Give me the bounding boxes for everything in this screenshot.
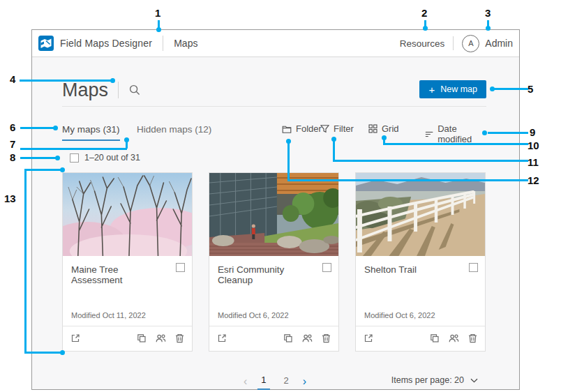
pagination: ‹ 1 2 ›	[244, 373, 306, 390]
duplicate-map-button[interactable]	[136, 333, 147, 344]
field-maps-logo-icon	[38, 36, 54, 51]
selection-row: 1–20 out of 31	[70, 153, 140, 163]
content-area: Maps + New map My maps (31) Hidden maps …	[32, 58, 519, 389]
selection-count-label: 1–20 out of 31	[84, 153, 140, 163]
share-map-button[interactable]	[155, 333, 167, 344]
card-checkbox[interactable]	[176, 263, 185, 272]
sort-button[interactable]: Date modified	[425, 123, 486, 144]
callout-10-label: 10	[528, 140, 539, 151]
resources-link[interactable]: Resources	[400, 38, 445, 49]
map-card[interactable]: Maine Tree Assessment Modified Oct 11, 2…	[62, 172, 193, 352]
new-map-button[interactable]: + New map	[419, 80, 486, 98]
map-thumbnail[interactable]	[356, 173, 485, 256]
callout-2-connector	[424, 20, 426, 27]
callout-6-label: 6	[10, 121, 15, 133]
card-checkbox[interactable]	[322, 263, 331, 272]
page-2-button[interactable]: 2	[280, 374, 292, 389]
user-menu[interactable]: Admin	[485, 38, 513, 49]
folder-label: Folder	[296, 123, 322, 134]
folder-icon	[282, 124, 292, 134]
share-map-button[interactable]	[301, 333, 313, 344]
header-divider	[453, 36, 454, 50]
callout-13-bracket	[24, 169, 27, 354]
next-page-button[interactable]: ›	[303, 376, 306, 387]
map-card[interactable]: Shelton Trail Modified Oct 6, 2022	[355, 172, 486, 352]
duplicate-map-button[interactable]	[283, 333, 294, 344]
callout-12-label: 12	[528, 174, 539, 186]
field-maps-designer-window: Field Maps Designer Maps Resources A Adm…	[31, 29, 520, 390]
filter-label: Filter	[334, 123, 354, 134]
grid-view-button[interactable]: Grid	[368, 123, 399, 134]
nav-maps[interactable]: Maps	[174, 38, 197, 49]
title-divider	[118, 82, 119, 98]
search-button[interactable]	[128, 84, 141, 96]
callout-1-label: 1	[155, 7, 160, 19]
items-per-page-dropdown[interactable]: Items per page: 20	[391, 375, 478, 385]
chevron-down-icon	[470, 378, 478, 383]
grid-label: Grid	[382, 123, 399, 134]
card-footer	[63, 326, 192, 350]
section-divider	[62, 106, 486, 107]
card-footer	[356, 326, 485, 350]
callout-1-connector	[158, 20, 160, 28]
modified-date: Modified Oct 6, 2022	[364, 311, 435, 319]
search-icon	[128, 84, 141, 96]
items-per-page-label: Items per page: 20	[391, 375, 464, 385]
tab-hidden-maps[interactable]: Hidden maps (12)	[137, 124, 211, 140]
app-header: Field Maps Designer Maps Resources A Adm…	[32, 30, 519, 57]
map-title[interactable]: Esri Community Cleanup	[218, 264, 316, 285]
modified-date: Modified Oct 6, 2022	[218, 311, 289, 319]
previous-page-button[interactable]: ‹	[244, 376, 247, 387]
sort-icon	[425, 130, 433, 139]
filter-icon	[320, 124, 329, 133]
callout-11-label: 11	[528, 156, 539, 168]
callout-5-label: 5	[528, 83, 533, 95]
modified-date: Modified Oct 11, 2022	[71, 311, 146, 319]
trail-fence-image	[356, 173, 485, 256]
map-card-list: Maine Tree Assessment Modified Oct 11, 2…	[62, 172, 486, 352]
card-body: Esri Community Cleanup Modified Oct 6, 2…	[209, 256, 338, 326]
plus-icon: +	[428, 84, 435, 95]
tabs-row: My maps (31) Hidden maps (12) Folder Fil…	[62, 123, 486, 142]
sort-label: Date modified	[437, 123, 486, 144]
open-map-button[interactable]	[363, 333, 374, 344]
title-row: Maps + New map	[62, 76, 486, 104]
tab-my-maps[interactable]: My maps (31)	[62, 124, 120, 141]
page-title: Maps	[62, 80, 108, 101]
map-title[interactable]: Shelton Trail	[364, 264, 463, 275]
select-all-checkbox[interactable]	[70, 153, 79, 163]
avatar[interactable]: A	[462, 35, 479, 52]
open-map-button[interactable]	[216, 333, 227, 344]
map-thumbnail[interactable]	[63, 173, 192, 256]
callout-3-connector	[487, 20, 489, 27]
grid-icon	[368, 124, 377, 133]
filter-button[interactable]: Filter	[320, 123, 354, 134]
delete-map-button[interactable]	[174, 333, 185, 344]
map-thumbnail[interactable]	[209, 173, 338, 256]
open-map-button[interactable]	[70, 333, 81, 344]
new-map-label: New map	[440, 84, 477, 94]
callout-3-label: 3	[485, 7, 491, 19]
folder-button[interactable]: Folder	[282, 123, 322, 134]
map-card[interactable]: Esri Community Cleanup Modified Oct 6, 2…	[209, 172, 339, 352]
card-checkbox[interactable]	[469, 263, 478, 272]
esri-campus-image	[209, 173, 338, 256]
callout-4-label: 4	[10, 73, 15, 85]
card-footer	[209, 326, 338, 350]
header-divider	[163, 36, 163, 51]
card-body: Shelton Trail Modified Oct 6, 2022	[356, 256, 485, 326]
bottom-row: ‹ 1 2 › Items per page: 20	[62, 373, 488, 392]
annotated-screenshot: Field Maps Designer Maps Resources A Adm…	[0, 0, 561, 392]
maine-trees-image	[63, 173, 192, 256]
delete-map-button[interactable]	[321, 333, 331, 344]
app-title: Field Maps Designer	[60, 38, 152, 49]
share-map-button[interactable]	[448, 333, 460, 344]
callout-8-label: 8	[10, 151, 15, 163]
duplicate-map-button[interactable]	[429, 333, 440, 344]
map-title[interactable]: Maine Tree Assessment	[71, 264, 170, 285]
callout-9-label: 9	[530, 126, 535, 138]
callout-13-label: 13	[4, 193, 16, 204]
page-1-button[interactable]: 1	[257, 373, 269, 390]
delete-map-button[interactable]	[468, 333, 478, 344]
card-body: Maine Tree Assessment Modified Oct 11, 2…	[63, 256, 192, 326]
